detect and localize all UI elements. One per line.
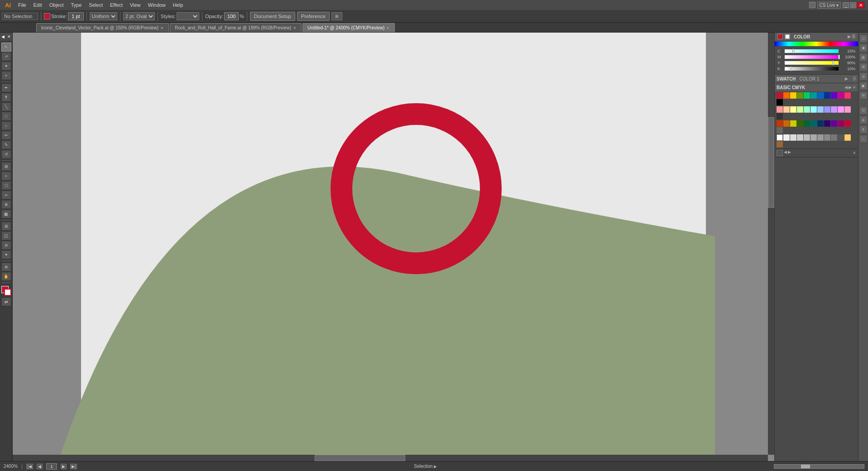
swatch-medium-gray4[interactable] <box>831 134 837 141</box>
menu-file[interactable]: File <box>15 1 29 9</box>
swatch-rose[interactable] <box>844 106 851 113</box>
swatch-tab-2[interactable]: COLOR 1 <box>800 76 820 81</box>
swatch-new-btn[interactable] <box>777 150 783 156</box>
brush-select[interactable]: 2 pt. Oval <box>123 12 155 20</box>
swatch-dark-teal[interactable] <box>810 120 817 127</box>
toolbox-close[interactable]: ✕ <box>7 34 11 39</box>
swatch-dark-gray[interactable] <box>777 113 783 119</box>
scale-tool[interactable]: ⊞ <box>1 162 11 171</box>
swatch-light-yellow[interactable] <box>790 106 796 113</box>
swatch-hot-pink[interactable] <box>844 92 851 99</box>
swatch-light-orange[interactable] <box>783 106 790 113</box>
stroke-value-input[interactable] <box>68 12 84 20</box>
swatch-lavender[interactable] <box>824 106 830 113</box>
symbol-tool[interactable]: ⊕ <box>1 200 11 209</box>
max-btn[interactable]: □ <box>850 2 856 8</box>
swatch-olive[interactable] <box>790 120 796 127</box>
menu-select[interactable]: Select <box>86 1 106 9</box>
preferences-btn[interactable]: Preference <box>297 12 330 21</box>
swatch-red[interactable] <box>777 92 783 99</box>
tab-1[interactable]: Rock_and_Roll_Hall_of_Fame.ai @ 189% (RG… <box>170 23 302 32</box>
fr-btn-3[interactable]: ▤ <box>859 53 868 62</box>
swatch-white[interactable] <box>777 134 783 141</box>
fr-btn-10[interactable]: ¶ <box>859 125 868 133</box>
gradient-tool[interactable]: ◫ <box>1 231 11 240</box>
menu-type[interactable]: Type <box>68 1 85 9</box>
swatch-dark-green[interactable] <box>804 120 810 127</box>
warp-tool[interactable]: ≈ <box>1 171 11 181</box>
cs-live-btn[interactable]: CS Live ▾ <box>817 2 841 9</box>
swatch-off-white[interactable] <box>783 134 790 141</box>
free-distort-tool[interactable]: ⬡ <box>1 181 11 190</box>
magic-wand-tool[interactable]: ✦ <box>1 62 11 71</box>
zoom-tool[interactable]: ⊕ <box>1 262 11 271</box>
horizontal-scrollbar[interactable] <box>13 455 768 461</box>
mesh-tool[interactable]: ⊞ <box>1 222 11 231</box>
swatch-light-red[interactable] <box>777 106 783 113</box>
swatch-mint[interactable] <box>804 106 810 113</box>
swatch-medium-dark-gray[interactable] <box>838 134 844 141</box>
ellipse-tool[interactable]: ○ <box>1 121 11 130</box>
fr-btn-7[interactable]: ⊟ <box>859 91 868 100</box>
page-input[interactable] <box>46 463 57 470</box>
swatch-orange[interactable] <box>783 92 790 99</box>
blend-tool[interactable]: ∞ <box>1 190 11 200</box>
swatch-purple[interactable] <box>831 92 837 99</box>
swatch-brick[interactable] <box>777 120 783 127</box>
swatch-violet[interactable] <box>831 120 837 127</box>
tab-2[interactable]: Untitled-1* @ 2400% (CMYK/Preview) ✕ <box>302 23 395 32</box>
stroke-color-box[interactable] <box>44 13 50 19</box>
arrange-icons[interactable] <box>809 2 815 8</box>
fr-btn-8[interactable]: ⊡ <box>859 106 868 114</box>
tab-0[interactable]: Iconic_Cleveland_Vector_Pack.ai @ 150% (… <box>36 23 169 32</box>
eyedropper-tool[interactable]: ⊘ <box>1 241 11 250</box>
tab-0-close[interactable]: ✕ <box>160 26 164 30</box>
toolbox-collapse[interactable]: ◀ <box>1 34 5 39</box>
color-panel-collapse[interactable]: ▶ <box>848 34 851 39</box>
menu-window[interactable]: Window <box>145 1 169 9</box>
m-slider[interactable] <box>785 55 839 59</box>
brush-tool[interactable]: ✏ <box>1 131 11 140</box>
swatch-green[interactable] <box>804 92 810 99</box>
color-fill-swatch[interactable] <box>777 34 783 39</box>
tab-2-close[interactable]: ✕ <box>386 26 390 30</box>
arrange-btn[interactable]: ⊞ <box>331 12 342 20</box>
swatch-teal[interactable] <box>810 92 817 99</box>
swatch-navy[interactable] <box>817 120 824 127</box>
pen-tool[interactable]: ✒ <box>1 83 11 92</box>
swatch-green-dark[interactable] <box>797 92 803 99</box>
swatch-black[interactable] <box>777 99 783 105</box>
document-setup-btn[interactable]: Document Setup <box>250 12 295 21</box>
nav-first-btn[interactable]: |◀ <box>26 464 33 469</box>
color-panel-menu[interactable]: ☰ <box>852 34 855 39</box>
swatch-light-gray3[interactable] <box>804 134 810 141</box>
line-tool[interactable]: ╲ <box>1 102 11 111</box>
menu-help[interactable]: Help <box>170 1 187 9</box>
navigator-scroll[interactable] <box>774 464 864 469</box>
type-tool[interactable]: T <box>1 93 11 102</box>
direct-selection-tool[interactable]: ↗ <box>1 52 11 61</box>
tool-arrow-btn[interactable]: ▶ <box>434 464 437 469</box>
swatch-dark-purple[interactable] <box>824 120 830 127</box>
swatch-light-purple[interactable] <box>831 106 837 113</box>
canvas-area[interactable] <box>13 33 774 461</box>
menu-object[interactable]: Object <box>46 1 67 9</box>
swatch-gold[interactable] <box>844 134 851 141</box>
swatch-medium-gray1[interactable] <box>810 134 817 141</box>
min-btn[interactable]: _ <box>843 2 849 8</box>
fr-btn-1[interactable]: ◻ <box>859 34 868 43</box>
k-slider[interactable] <box>785 67 839 71</box>
swatch-light-gray1[interactable] <box>790 134 796 141</box>
swap-fill-stroke[interactable]: ⇄ <box>1 297 11 306</box>
swatch-delete-btn[interactable]: ✕ <box>853 151 856 155</box>
swatch-light-green[interactable] <box>797 106 803 113</box>
swatch-medium-gray3[interactable] <box>824 134 830 141</box>
swatch-light-gray2[interactable] <box>797 134 803 141</box>
close-btn[interactable]: ✕ <box>857 2 864 8</box>
swatch-yellow[interactable] <box>790 92 796 99</box>
fr-btn-4[interactable]: ⊞ <box>859 63 868 71</box>
c-slider[interactable] <box>785 49 839 53</box>
swatch-burnt-orange[interactable] <box>783 120 790 127</box>
swatch-pink[interactable] <box>838 92 844 99</box>
swatch-sky-blue[interactable] <box>817 106 824 113</box>
